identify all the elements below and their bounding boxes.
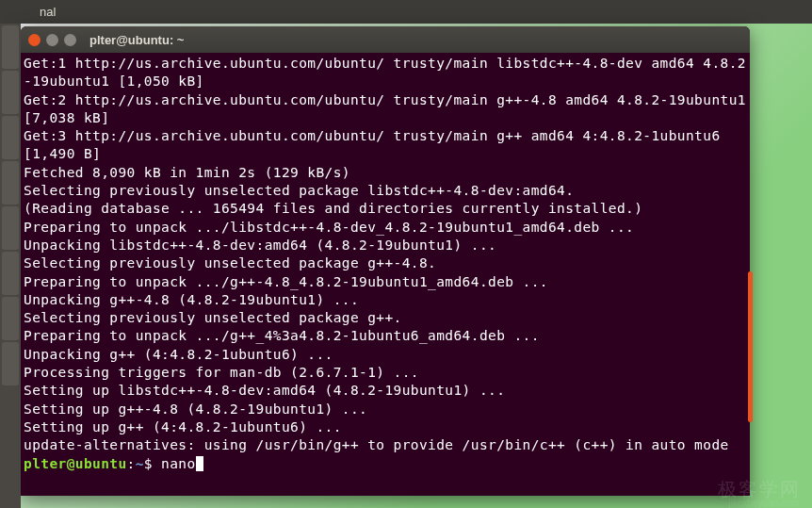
minimize-icon[interactable] xyxy=(46,34,58,46)
launcher-item[interactable] xyxy=(2,25,19,69)
terminal-body[interactable]: Get:1 http://us.archive.ubuntu.com/ubunt… xyxy=(21,53,750,475)
window-title: plter@ubuntu: ~ xyxy=(89,33,184,47)
terminal-line: Preparing to unpack .../g++_4%3a4.8.2-1u… xyxy=(24,328,540,343)
prompt-dollar: $ xyxy=(144,456,161,471)
terminal-line: Get:1 http://us.archive.ubuntu.com/ubunt… xyxy=(24,56,746,89)
terminal-line: Get:2 http://us.archive.ubuntu.com/ubunt… xyxy=(24,92,750,125)
terminal-line: Unpacking g++-4.8 (4.8.2-19ubuntu1) ... xyxy=(24,292,359,307)
watermark-sub: jikexueyuan.com xyxy=(729,498,799,508)
unity-launcher[interactable] xyxy=(0,24,21,508)
terminal-line: Selecting previously unselected package … xyxy=(24,183,574,198)
close-icon[interactable] xyxy=(28,34,41,46)
terminal-line: Processing triggers for man-db (2.6.7.1-… xyxy=(24,365,419,380)
terminal-line: Unpacking libstdc++-4.8-dev:amd64 (4.8.2… xyxy=(24,238,496,253)
maximize-icon[interactable] xyxy=(64,34,76,46)
terminal-line: Setting up g++ (4:4.8.2-1ubuntu6) ... xyxy=(24,419,342,434)
terminal-line: Get:3 http://us.archive.ubuntu.com/ubunt… xyxy=(24,128,729,161)
launcher-item[interactable] xyxy=(2,206,19,250)
launcher-item[interactable] xyxy=(2,71,19,114)
window-titlebar[interactable]: plter@ubuntu: ~ xyxy=(21,26,750,53)
launcher-item[interactable] xyxy=(2,252,19,295)
cursor-icon xyxy=(196,456,203,471)
launcher-item[interactable] xyxy=(2,161,19,205)
terminal-line: Selecting previously unselected package … xyxy=(24,310,402,325)
top-panel: nal xyxy=(0,0,812,24)
terminal-window: plter@ubuntu: ~ Get:1 http://us.archive.… xyxy=(21,26,750,496)
terminal-line: Preparing to unpack .../libstdc++-4.8-de… xyxy=(24,220,634,235)
terminal-line: Setting up libstdc++-4.8-dev:amd64 (4.8.… xyxy=(24,383,505,398)
terminal-line: Setting up g++-4.8 (4.8.2-19ubuntu1) ... xyxy=(24,401,367,417)
command-input[interactable]: nano xyxy=(161,456,196,471)
launcher-item[interactable] xyxy=(2,116,19,159)
prompt-colon: : xyxy=(127,456,136,471)
terminal-line: Unpacking g++ (4:4.8.2-1ubuntu6) ... xyxy=(24,347,333,362)
launcher-item[interactable] xyxy=(2,297,19,340)
prompt-user: plter@ubuntu xyxy=(24,456,127,471)
terminal-line: update-alternatives: using /usr/bin/g++ … xyxy=(24,437,729,452)
app-name: nal xyxy=(40,5,56,19)
launcher-item[interactable] xyxy=(2,342,19,385)
terminal-line: Selecting previously unselected package … xyxy=(24,255,436,270)
terminal-line: (Reading database ... 165494 files and d… xyxy=(24,201,642,216)
terminal-line: Preparing to unpack .../g++-4.8_4.8.2-19… xyxy=(24,274,548,289)
window-controls xyxy=(28,34,76,46)
terminal-line: Fetched 8,090 kB in 1min 2s (129 kB/s) xyxy=(24,165,350,180)
scrollbar-thumb[interactable] xyxy=(748,271,753,422)
prompt-path: ~ xyxy=(136,456,144,471)
